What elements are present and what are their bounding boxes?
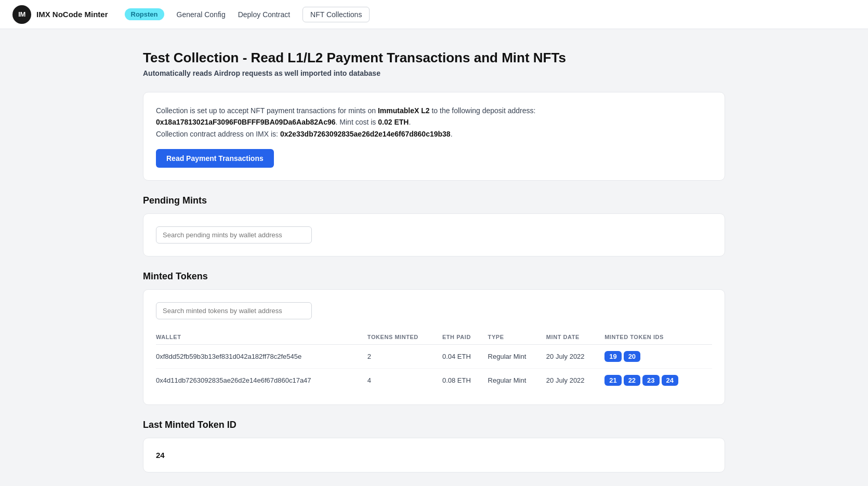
col-wallet: WALLET [156, 330, 367, 345]
logo-area: IM IMX NoCode Minter [12, 5, 108, 24]
logo-text: IMX NoCode Minter [36, 10, 108, 19]
minted-tokens-title: Minted Tokens [143, 271, 725, 282]
cell-token-ids: 1920 [604, 345, 712, 369]
cell-eth-paid: 0.04 ETH [442, 345, 488, 369]
deposit-address: 0x18a17813021aF3096F0BFFF9BA09Da6Aab82Ac… [156, 118, 336, 126]
col-mint-date: MINT DATE [546, 330, 604, 345]
table-row: 0x4d11db7263092835ae26d2e14e6f67d860c17a… [156, 369, 712, 393]
logo-icon: IM [12, 5, 31, 24]
pending-mints-card [143, 213, 725, 256]
minted-tokens-card: WALLET TOKENS MINTED ETH PAID TYPE MINT … [143, 289, 725, 405]
cell-mint-date: 20 July 2022 [546, 369, 604, 393]
table-row: 0xf8dd52fb59b3b13ef831d042a182ff78c2fe54… [156, 345, 712, 369]
mint-cost: 0.02 ETH [378, 118, 409, 126]
payment-info-text: Collection is set up to accept NFT payme… [156, 105, 712, 140]
pending-mints-search-input[interactable] [156, 226, 312, 244]
last-minted-title: Last Minted Token ID [143, 420, 725, 430]
token-id-badge: 19 [604, 351, 621, 362]
nav-deploy-contract[interactable]: Deploy Contract [238, 8, 290, 21]
page-title: Test Collection - Read L1/L2 Payment Tra… [143, 50, 725, 66]
token-id-badge: 21 [604, 375, 621, 386]
last-minted-value: 24 [156, 451, 165, 460]
table-header: WALLET TOKENS MINTED ETH PAID TYPE MINT … [156, 330, 712, 345]
cell-eth-paid: 0.08 ETH [442, 369, 488, 393]
contract-address: 0x2e33db7263092835ae26d2e14e6f67d860c19b… [280, 130, 451, 138]
page-subtitle: Automatically reads Airdrop requests as … [143, 69, 725, 77]
read-payment-transactions-button[interactable]: Read Payment Transactions [156, 149, 274, 168]
col-type: TYPE [488, 330, 546, 345]
cell-token-ids: 21222324 [604, 369, 712, 393]
network-badge[interactable]: Ropsten [125, 8, 164, 20]
cell-wallet: 0x4d11db7263092835ae26d2e14e6f67d860c17a… [156, 369, 367, 393]
token-id-badge: 23 [642, 375, 659, 386]
token-id-badge: 24 [662, 375, 678, 386]
minted-tokens-search-input[interactable] [156, 302, 312, 319]
minted-tokens-table-wrapper: WALLET TOKENS MINTED ETH PAID TYPE MINT … [156, 330, 712, 392]
nav-nft-collections[interactable]: NFT Collections [303, 7, 370, 22]
cell-tokens-minted: 2 [367, 345, 442, 369]
navbar: IM IMX NoCode Minter Ropsten General Con… [0, 0, 868, 29]
highlight-imx-l2: ImmutableX L2 [378, 106, 430, 115]
main-content: Test Collection - Read L1/L2 Payment Tra… [122, 29, 746, 486]
cell-tokens-minted: 4 [367, 369, 442, 393]
payment-transactions-card: Collection is set up to accept NFT payme… [143, 92, 725, 181]
col-eth-paid: ETH PAID [442, 330, 488, 345]
token-id-badge: 20 [624, 351, 640, 362]
cell-type: Regular Mint [488, 369, 546, 393]
pending-mints-title: Pending Mints [143, 195, 725, 206]
minted-tokens-table: WALLET TOKENS MINTED ETH PAID TYPE MINT … [156, 330, 712, 392]
nav-general-config[interactable]: General Config [177, 8, 226, 21]
cell-mint-date: 20 July 2022 [546, 345, 604, 369]
cell-type: Regular Mint [488, 345, 546, 369]
token-id-badge: 22 [624, 375, 640, 386]
table-body: 0xf8dd52fb59b3b13ef831d042a182ff78c2fe54… [156, 345, 712, 393]
col-minted-token-ids: MINTED TOKEN IDS [604, 330, 712, 345]
last-minted-card: 24 [143, 438, 725, 473]
col-tokens-minted: TOKENS MINTED [367, 330, 442, 345]
cell-wallet: 0xf8dd52fb59b3b13ef831d042a182ff78c2fe54… [156, 345, 367, 369]
